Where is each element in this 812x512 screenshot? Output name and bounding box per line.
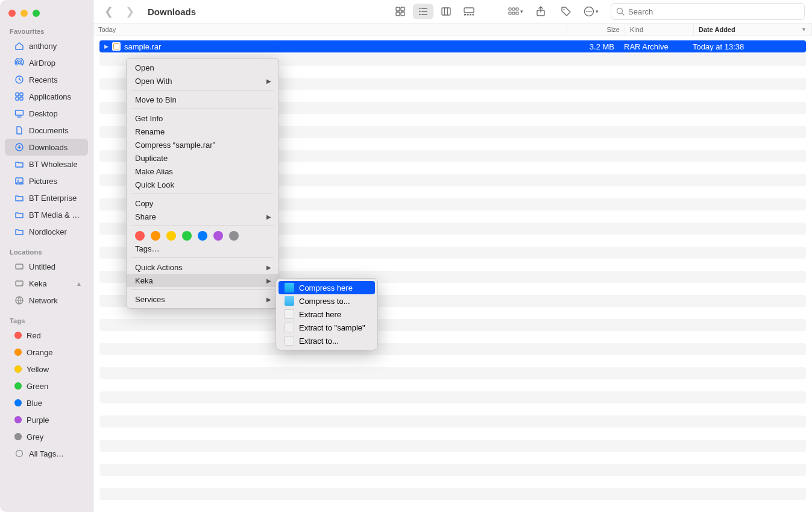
sidebar-item-airdrop[interactable]: AirDrop xyxy=(5,54,88,71)
svg-rect-25 xyxy=(421,14,427,15)
submenu-item-extract-to-sample-[interactable]: Extract to "sample" xyxy=(279,321,375,334)
sidebar-item-bt-media-b-[interactable]: BT Media & B… xyxy=(5,206,88,223)
menu-item-label: Share xyxy=(135,212,156,221)
sidebar-tag-purple[interactable]: Purple xyxy=(5,411,88,428)
sidebar-item-downloads[interactable]: Downloads xyxy=(5,139,88,156)
menu-item-open-with[interactable]: Open With▶ xyxy=(127,74,279,87)
file-row[interactable]: ▶ sample.rar 3.2 MB RAR Archive Today at… xyxy=(99,40,806,52)
sidebar-item-anthony[interactable]: anthony xyxy=(5,37,88,54)
disk-icon xyxy=(14,262,24,271)
menu-item-compress-sample-rar-[interactable]: Compress “sample.rar” xyxy=(127,138,279,151)
back-button[interactable]: ❮ xyxy=(104,5,113,18)
sidebar-item-documents[interactable]: Documents xyxy=(5,122,88,139)
submenu-item-label: Extract to "sample" xyxy=(299,323,365,332)
menu-item-keka[interactable]: Keka▶ xyxy=(127,274,279,287)
menu-item-make-alias[interactable]: Make Alias xyxy=(127,165,279,178)
svg-rect-21 xyxy=(421,8,427,9)
doc-icon xyxy=(285,336,294,346)
maximize-window-button[interactable] xyxy=(33,10,40,17)
menu-item-get-info[interactable]: Get Info xyxy=(127,112,279,125)
submenu-item-extract-to-[interactable]: Extract to... xyxy=(279,334,375,347)
tag-dot-icon xyxy=(14,365,22,373)
sidebar-item-bt-wholesale[interactable]: BT Wholesale xyxy=(5,156,88,172)
svg-rect-16 xyxy=(396,7,400,11)
close-window-button[interactable] xyxy=(8,10,16,17)
sidebar-item-label: Blue xyxy=(27,399,82,408)
finder-window: Favourites anthonyAirDropRecentsApplicat… xyxy=(0,0,812,512)
sidebar-tag-grey[interactable]: Grey xyxy=(5,428,88,445)
svg-rect-39 xyxy=(516,12,518,14)
doc-icon xyxy=(285,309,294,319)
sidebar-item-nordlocker[interactable]: Nordlocker xyxy=(5,223,88,240)
column-size[interactable]: Size xyxy=(567,24,625,35)
tag-color-dot[interactable] xyxy=(198,231,207,241)
eject-icon[interactable]: ▲ xyxy=(76,280,82,287)
file-date: Today at 13:38 xyxy=(688,42,806,51)
menu-item-quick-look[interactable]: Quick Look xyxy=(127,178,279,191)
action-button[interactable]: ▾ xyxy=(581,4,601,19)
svg-rect-5 xyxy=(20,97,23,100)
tag-color-dot[interactable] xyxy=(213,231,223,241)
sidebar-item-network[interactable]: Network xyxy=(5,292,88,309)
list-stripe xyxy=(99,319,806,331)
toolbar: ❮ ❯ Downloads xyxy=(93,0,812,23)
sidebar-item-pictures[interactable]: Pictures xyxy=(5,172,88,189)
tag-color-dot[interactable] xyxy=(166,231,176,241)
submenu-item-compress-to-[interactable]: Compress to... xyxy=(279,294,375,308)
sidebar-tag-green[interactable]: Green xyxy=(5,378,88,394)
menu-item-tags-[interactable]: Tags… xyxy=(127,242,279,255)
menu-item-label: Copy xyxy=(135,199,153,208)
column-date-added[interactable]: Date Added ▼ xyxy=(694,24,812,35)
rar-file-icon xyxy=(112,42,121,51)
column-kind[interactable]: Kind xyxy=(625,24,694,35)
sidebar-tag-yellow[interactable]: Yellow xyxy=(5,361,88,378)
menu-item-rename[interactable]: Rename xyxy=(127,125,279,138)
menu-item-quick-actions[interactable]: Quick Actions▶ xyxy=(127,261,279,274)
tag-color-dot[interactable] xyxy=(151,231,160,241)
gallery-view-button[interactable] xyxy=(459,4,479,19)
column-view-button[interactable] xyxy=(436,4,456,19)
share-button[interactable] xyxy=(530,4,551,19)
icon-view-button[interactable] xyxy=(390,4,411,19)
menu-item-duplicate[interactable]: Duplicate xyxy=(127,151,279,165)
sidebar-item-untitled[interactable]: Untitled xyxy=(5,258,88,275)
sidebar-item-bt-enterprise[interactable]: BT Enterprise xyxy=(5,189,88,206)
tag-color-dot[interactable] xyxy=(135,231,145,241)
disclosure-triangle-icon[interactable]: ▶ xyxy=(104,43,109,49)
search-input[interactable] xyxy=(628,7,799,16)
sidebar-favourites: Favourites anthonyAirDropRecentsApplicat… xyxy=(0,25,93,240)
sidebar-item-recents[interactable]: Recents xyxy=(5,71,88,88)
tags-button[interactable] xyxy=(556,4,576,19)
column-header: Today Size Kind Date Added ▼ xyxy=(93,23,812,36)
menu-item-label: Make Alias xyxy=(135,167,173,176)
svg-point-9 xyxy=(17,180,19,181)
menu-item-copy[interactable]: Copy xyxy=(127,197,279,210)
sidebar-tag-red[interactable]: Red xyxy=(5,327,88,344)
submenu-item-compress-here[interactable]: Compress here xyxy=(279,281,375,294)
tag-color-dot[interactable] xyxy=(182,231,192,241)
svg-rect-17 xyxy=(401,7,404,11)
column-name[interactable]: Today xyxy=(93,24,567,35)
menu-item-open[interactable]: Open xyxy=(127,61,279,74)
menu-item-share[interactable]: Share▶ xyxy=(127,210,279,223)
sidebar-item-keka[interactable]: Keka▲ xyxy=(5,275,88,292)
sidebar-heading-locations: Locations xyxy=(0,246,93,258)
search-field[interactable] xyxy=(611,3,805,20)
forward-button[interactable]: ❯ xyxy=(125,5,134,18)
svg-rect-3 xyxy=(20,93,23,96)
list-view-button[interactable] xyxy=(413,4,433,19)
tag-dot-icon xyxy=(14,382,22,390)
tag-color-dot[interactable] xyxy=(229,231,239,241)
sidebar-tag-all-tags-[interactable]: All Tags… xyxy=(5,445,88,462)
columns-icon xyxy=(441,7,451,16)
submenu-item-extract-here[interactable]: Extract here xyxy=(279,308,375,321)
sidebar-item-desktop[interactable]: Desktop xyxy=(5,105,88,122)
menu-item-move-to-bin[interactable]: Move to Bin xyxy=(127,93,279,106)
sidebar-tag-blue[interactable]: Blue xyxy=(5,394,88,411)
group-by-button[interactable]: ▾ xyxy=(506,4,526,19)
sidebar-item-applications[interactable]: Applications xyxy=(5,88,88,105)
sidebar-tag-orange[interactable]: Orange xyxy=(5,344,88,361)
svg-point-43 xyxy=(586,11,587,12)
menu-item-services[interactable]: Services▶ xyxy=(127,292,279,306)
minimize-window-button[interactable] xyxy=(20,10,28,17)
